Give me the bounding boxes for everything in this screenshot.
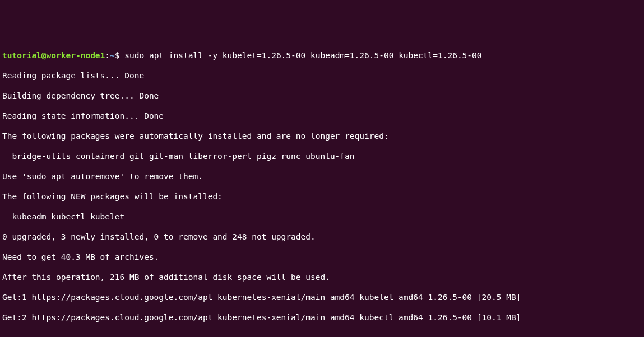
output-line: Get:2 https://packages.cloud.google.com/… (2, 312, 642, 322)
terminal-window[interactable]: tutorial@worker-node1:~$ sudo apt instal… (0, 40, 644, 337)
output-line: Reading state information... Done (2, 111, 642, 121)
output-line: Use 'sudo apt autoremove' to remove them… (2, 171, 642, 181)
output-line: Get:1 https://packages.cloud.google.com/… (2, 292, 642, 302)
command-line: tutorial@worker-node1:~$ sudo apt instal… (2, 50, 642, 60)
output-line: bridge-utils containerd git git-man libe… (2, 151, 642, 161)
output-line: Reading package lists... Done (2, 71, 642, 81)
dollar-sign: $ (115, 51, 124, 60)
output-line: Need to get 40.3 MB of archives. (2, 252, 642, 262)
output-line: kubeadm kubectl kubelet (2, 212, 642, 222)
colon: : (105, 51, 110, 60)
command-text: sudo apt install -y kubelet=1.26.5-00 ku… (124, 51, 481, 60)
output-line: 0 upgraded, 3 newly installed, 0 to remo… (2, 232, 642, 242)
user-host: tutorial@worker-node1 (2, 51, 105, 60)
output-line: The following NEW packages will be insta… (2, 191, 642, 202)
output-line: Building dependency tree... Done (2, 91, 642, 101)
output-line: After this operation, 216 MB of addition… (2, 272, 642, 282)
path: ~ (110, 51, 115, 60)
output-line: The following packages were automaticall… (2, 131, 642, 141)
